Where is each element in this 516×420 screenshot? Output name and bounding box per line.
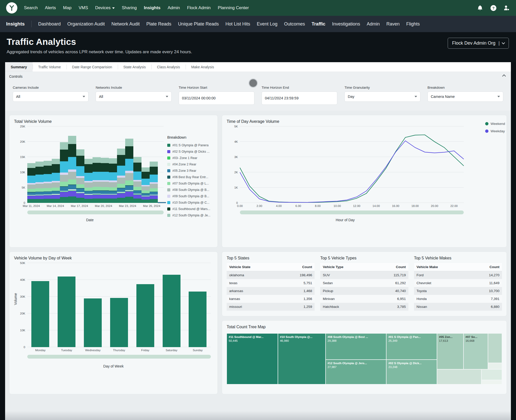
subnav-item-unique-plate-reads[interactable]: Unique Plate Reads: [178, 21, 219, 27]
treemap-cell[interactable]: #11 Southbound @ Mar...50,445: [227, 333, 278, 384]
stacked-bar[interactable]: [52, 159, 60, 203]
table-row[interactable]: arkansas1,468: [227, 287, 315, 295]
tab-date-range-comparision[interactable]: Date Range Comparision: [67, 62, 118, 72]
control-input-time-horizon-end[interactable]: 04/11/2024 23:59:59: [262, 91, 337, 105]
stacked-bar[interactable]: [133, 157, 141, 203]
topnav-item-vms[interactable]: VMS: [79, 5, 88, 10]
control-input-time-horizon-start[interactable]: 03/11/2024 00:00:00: [179, 91, 254, 105]
subnav-item-plate-reads[interactable]: Plate Reads: [146, 21, 171, 27]
legend-item[interactable]: #11 Southbound @ Mars...: [167, 207, 213, 211]
legend-item[interactable]: #07 South Olympia @ L...: [167, 182, 213, 185]
table-row[interactable]: Minivan6,951: [320, 295, 408, 303]
table-row[interactable]: kansas1,356: [227, 295, 315, 303]
tab-class-analysis[interactable]: Class Analysis: [151, 62, 186, 72]
legend-item[interactable]: #03- Zone 1 Rear: [167, 156, 213, 160]
table-row[interactable]: Ford14,270: [414, 271, 502, 279]
volume-bar[interactable]: [58, 277, 75, 347]
subnav-item-outcomes[interactable]: Outcomes: [284, 21, 305, 27]
topnav-item-devices[interactable]: Devices: [95, 5, 114, 10]
topnav-item-map[interactable]: Map: [63, 5, 71, 10]
stacked-bar[interactable]: [125, 139, 133, 203]
volume-bar[interactable]: [84, 298, 102, 347]
topnav-item-admin[interactable]: Admin: [168, 5, 180, 10]
volume-bar[interactable]: [31, 281, 49, 347]
legend-item[interactable]: #04 Zone 2 Rear: [167, 163, 213, 166]
organization-selector-button[interactable]: Flock Dev Admin Org |: [448, 38, 509, 49]
treemap-cell-unlabeled[interactable]: [488, 333, 502, 363]
help-icon[interactable]: ?: [490, 5, 497, 11]
topnav-item-search[interactable]: Search: [24, 5, 38, 10]
stacked-bar[interactable]: [44, 161, 52, 203]
control-select-cameras-include[interactable]: All: [13, 91, 88, 102]
legend-item[interactable]: #12 South Olympia @ Je...: [167, 214, 213, 217]
table-row[interactable]: Toyota10,700: [414, 287, 502, 295]
table-row[interactable]: Sedan61,292: [320, 279, 408, 287]
line-series-weekend[interactable]: [240, 135, 464, 202]
treemap-cell[interactable]: #01 S Olympia @ Pan...25,349: [386, 333, 437, 360]
tab-state-analysis[interactable]: State Analysis: [118, 62, 151, 72]
flock-logo[interactable]: [6, 2, 17, 14]
legend-item[interactable]: #06 Best Buy Rear Entr...: [167, 175, 213, 179]
line-series-weekday[interactable]: [240, 141, 464, 202]
subnav-item-raven[interactable]: Raven: [386, 21, 400, 27]
stacked-bar[interactable]: [141, 167, 150, 203]
subnav-item-admin[interactable]: Admin: [367, 21, 380, 27]
table-row[interactable]: Hatchback3,785: [320, 303, 408, 311]
treemap-cell[interactable]: #12 South Olympia @ Jers...27,987: [326, 360, 386, 384]
table-row[interactable]: Honda7,391: [414, 295, 502, 303]
treemap-cell[interactable]: #02 S Olympia @ Dick...23,248: [386, 360, 437, 384]
legend-item[interactable]: #10 South Olympia @ C...: [167, 201, 213, 204]
subnav-item-investigations[interactable]: Investigations: [332, 21, 360, 27]
treemap-cell[interactable]: #07 So...16,668: [463, 333, 488, 369]
notifications-bell-icon[interactable]: [477, 5, 483, 11]
legend-item[interactable]: #01 S Olympia @ Panera: [167, 143, 213, 147]
table-row[interactable]: Nissan6,880: [414, 303, 502, 311]
stacked-bar[interactable]: [117, 148, 125, 203]
stacked-bar[interactable]: [84, 159, 93, 203]
topnav-item-sharing[interactable]: Sharing: [122, 5, 137, 10]
tab-traffic-volume[interactable]: Traffic Volume: [33, 62, 67, 72]
control-select-breakdown[interactable]: Camera Name: [428, 91, 503, 102]
control-select-time-granularity[interactable]: Day: [344, 91, 420, 102]
subnav-item-organization-audit[interactable]: Organization Audit: [67, 21, 105, 27]
legend-item[interactable]: #09 South Olympia @ B...: [167, 194, 213, 198]
volume-bar[interactable]: [110, 298, 128, 347]
stacked-bar[interactable]: [150, 162, 158, 203]
legend-item[interactable]: #08 South Olympia @ B...: [167, 188, 213, 192]
volume-bar[interactable]: [189, 292, 207, 347]
subnav-item-traffic[interactable]: Traffic: [312, 21, 325, 27]
date-range-slider[interactable]: [27, 211, 164, 214]
subnav-item-hot-list-hits[interactable]: Hot List Hits: [225, 21, 250, 27]
volume-bar[interactable]: [136, 284, 154, 347]
table-row[interactable]: Pickup40,740: [320, 287, 408, 295]
treemap-cell-unlabeled[interactable]: [437, 369, 481, 384]
subnav-item-network-audit[interactable]: Network Audit: [111, 21, 140, 27]
subnav-item-event-log[interactable]: Event Log: [257, 21, 277, 27]
stacked-bar[interactable]: [109, 158, 117, 203]
stacked-bar[interactable]: [93, 157, 101, 203]
table-row[interactable]: Chevrolet11,649: [414, 279, 502, 287]
treemap-cell-unlabeled[interactable]: [488, 363, 502, 369]
legend-item[interactable]: #05 Zone 3 Rear: [167, 169, 213, 173]
stacked-bar[interactable]: [35, 162, 44, 203]
legend-item-weekend[interactable]: Weekend: [485, 122, 505, 126]
topnav-item-alerts[interactable]: Alerts: [45, 5, 56, 10]
topnav-item-planning-center[interactable]: Planning Center: [218, 5, 249, 10]
legend-item-weekday[interactable]: Weekday: [485, 129, 505, 133]
stacked-bar[interactable]: [68, 136, 76, 203]
treemap-cell-unlabeled[interactable]: [481, 369, 502, 380]
hour-range-slider[interactable]: [240, 211, 464, 214]
subnav-item-dashboard[interactable]: Dashboard: [38, 21, 61, 27]
stacked-bar[interactable]: [27, 163, 35, 203]
treemap-cell[interactable]: #05 Zon...17,613: [437, 333, 463, 369]
topnav-item-insights[interactable]: Insights: [144, 5, 160, 10]
subnav-insights-label[interactable]: Insights: [6, 21, 25, 27]
treemap-cell-unlabeled[interactable]: [481, 380, 502, 384]
legend-item[interactable]: #02 S Olympia @ Dicks ...: [167, 150, 213, 153]
control-select-networks-include[interactable]: All: [96, 91, 171, 102]
stacked-bar[interactable]: [101, 158, 109, 203]
table-row[interactable]: texas5,751: [227, 279, 315, 287]
table-row[interactable]: missouri1,259: [227, 303, 315, 311]
stacked-bar[interactable]: [76, 149, 84, 203]
treemap-cell[interactable]: #08 South Olympia @ Best ...29,388: [326, 333, 386, 360]
